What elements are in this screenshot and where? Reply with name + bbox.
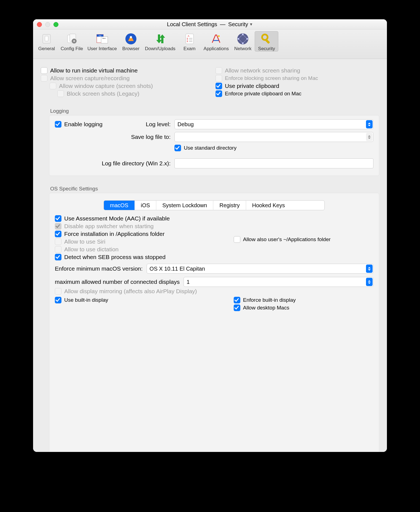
enforce-private-clipboard-label: Enforce private clipboard on Mac <box>225 91 301 97</box>
toolbar-applications[interactable]: Applications <box>201 31 231 52</box>
window-title[interactable]: Local Client Settings — Security ▼ <box>167 21 253 28</box>
svg-point-12 <box>130 36 132 38</box>
use-std-dir-checkbox[interactable] <box>174 145 181 151</box>
allow-vm-checkbox[interactable] <box>41 67 47 74</box>
save-log-label: Save log file to: <box>55 134 174 140</box>
use-builtin-display-label: Use built-in display <box>64 297 108 303</box>
svg-rect-1 <box>45 36 48 41</box>
min-version-value: OS X 10.11 El Capitan <box>150 266 205 272</box>
win-dir-input[interactable] <box>174 158 373 168</box>
toolbar-config-file[interactable]: Config File <box>58 31 85 52</box>
title-right: Security <box>228 21 248 28</box>
allow-screen-capture-label: Allow screen capture/recording <box>50 75 130 82</box>
down-uploads-icon <box>154 32 167 45</box>
allow-mirroring-label: Allow display mirroring (affects also Ai… <box>64 288 197 295</box>
toolbar: General Config File FileNew User Interfa… <box>33 29 387 59</box>
toolbar-label: User Interface <box>87 46 117 52</box>
force-install-label: Force installation in /Applications fold… <box>64 231 165 237</box>
block-screenshots-checkbox <box>57 90 64 97</box>
toolbar-label: Down/Uploads <box>145 46 176 52</box>
os-tabs: macOS iOS System Lockdown Registry Hooke… <box>104 200 325 210</box>
allow-vm-label: Allow to run inside virtual machine <box>50 67 138 74</box>
enforce-private-clipboard-checkbox[interactable] <box>216 90 222 97</box>
tab-system-lockdown[interactable]: System Lockdown <box>156 201 213 210</box>
win-dir-label: Log file directory (Win 2.x): <box>55 160 174 167</box>
save-log-select[interactable] <box>174 132 373 142</box>
log-level-label: Log level: <box>55 121 174 128</box>
allow-dictation-checkbox <box>55 246 61 253</box>
toolbar-down-uploads[interactable]: Down/Uploads <box>143 31 178 52</box>
content: Allow to run inside virtual machine Allo… <box>33 59 387 452</box>
allow-net-sharing-label: Allow network screen sharing <box>225 67 300 74</box>
close-icon[interactable] <box>37 22 42 27</box>
allow-net-sharing-checkbox <box>216 67 222 74</box>
allow-window-capture-checkbox <box>50 83 56 89</box>
tab-hooked-keys[interactable]: Hooked Keys <box>246 201 291 210</box>
toolbar-label: General <box>38 46 55 52</box>
toolbar-label: Security <box>258 46 275 52</box>
log-level-select[interactable]: Debug <box>174 119 373 129</box>
allow-window-capture-label: Allow window capture (screen shots) <box>59 83 153 89</box>
enable-logging-checkbox[interactable] <box>55 121 61 128</box>
allow-user-apps-checkbox[interactable] <box>234 236 240 243</box>
tab-ios[interactable]: iOS <box>135 201 156 210</box>
enforce-builtin-display-checkbox[interactable] <box>234 297 240 303</box>
force-install-checkbox[interactable] <box>55 231 61 237</box>
allow-desktop-macs-checkbox[interactable] <box>234 304 240 311</box>
user-interface-icon: FileNew <box>96 32 109 45</box>
window: Local Client Settings — Security ▼ Gener… <box>33 19 387 452</box>
disable-app-switcher-label: Disable app switcher when starting <box>64 223 154 230</box>
detect-stopped-label: Detect when SEB process was stopped <box>64 254 166 260</box>
use-std-dir-label: Use standard directory <box>184 145 236 151</box>
use-builtin-display-checkbox[interactable] <box>55 297 61 303</box>
exam-icon: A- <box>183 32 196 45</box>
applications-icon <box>209 32 223 45</box>
os-panel: macOS iOS System Lockdown Registry Hooke… <box>49 193 379 452</box>
title-left: Local Client Settings <box>167 21 217 28</box>
zoom-icon[interactable] <box>53 22 58 27</box>
toolbar-security[interactable]: Security <box>255 31 278 52</box>
os-title: OS Specific Settings <box>50 186 379 192</box>
toolbar-label: Applications <box>204 46 229 52</box>
svg-text:New: New <box>102 37 106 39</box>
svg-text:A-: A- <box>188 35 190 37</box>
detect-stopped-checkbox[interactable] <box>55 254 61 260</box>
logging-title: Logging <box>50 108 379 114</box>
assessment-mode-checkbox[interactable] <box>55 215 61 222</box>
toolbar-label: Network <box>234 46 251 52</box>
toolbar-browser[interactable]: Browser <box>119 31 143 52</box>
allow-siri-label: Allow to use Siri <box>64 238 105 245</box>
enforce-block-sharing-label: Enforce blocking screen sharing on Mac <box>225 75 318 81</box>
svg-point-21 <box>262 34 268 40</box>
assessment-mode-label: Use Assessment Mode (AAC) if available <box>64 215 170 222</box>
min-version-label: Enforce minimum macOS version: <box>55 265 143 272</box>
chevron-down-icon: ▼ <box>249 22 253 26</box>
toolbar-exam[interactable]: A- Exam <box>178 31 201 52</box>
allow-dictation-label: Allow to use dictation <box>64 246 119 253</box>
toolbar-label: Browser <box>122 46 139 52</box>
tab-macos[interactable]: macOS <box>104 201 135 210</box>
use-private-clipboard-checkbox[interactable] <box>216 83 222 89</box>
toolbar-network[interactable]: Network <box>231 31 255 52</box>
tab-registry[interactable]: Registry <box>213 201 246 210</box>
config-file-icon <box>65 32 79 45</box>
allow-user-apps-label: Allow also user's ~/Applications folder <box>243 236 331 242</box>
toolbar-label: Exam <box>184 46 195 52</box>
traffic-lights <box>37 22 58 27</box>
network-icon <box>236 32 249 45</box>
max-displays-select[interactable]: 1 <box>184 277 373 287</box>
allow-screen-capture-checkbox <box>41 75 47 82</box>
titlebar: Local Client Settings — Security ▼ <box>33 19 387 29</box>
toolbar-general[interactable]: General <box>35 31 58 52</box>
disable-app-switcher-checkbox <box>55 223 61 230</box>
minimize-icon <box>45 22 50 27</box>
use-private-clipboard-label: Use private clipboard <box>225 83 279 89</box>
max-displays-label: maximum allowed number of connected disp… <box>55 279 180 285</box>
select-stepper-icon <box>366 120 373 128</box>
min-version-select[interactable]: OS X 10.11 El Capitan <box>147 264 373 274</box>
select-stepper-icon <box>366 278 373 286</box>
toolbar-user-interface[interactable]: FileNew User Interface <box>85 31 119 52</box>
svg-text:File: File <box>99 35 101 37</box>
select-stepper-icon <box>366 265 373 273</box>
browser-icon <box>124 32 138 45</box>
